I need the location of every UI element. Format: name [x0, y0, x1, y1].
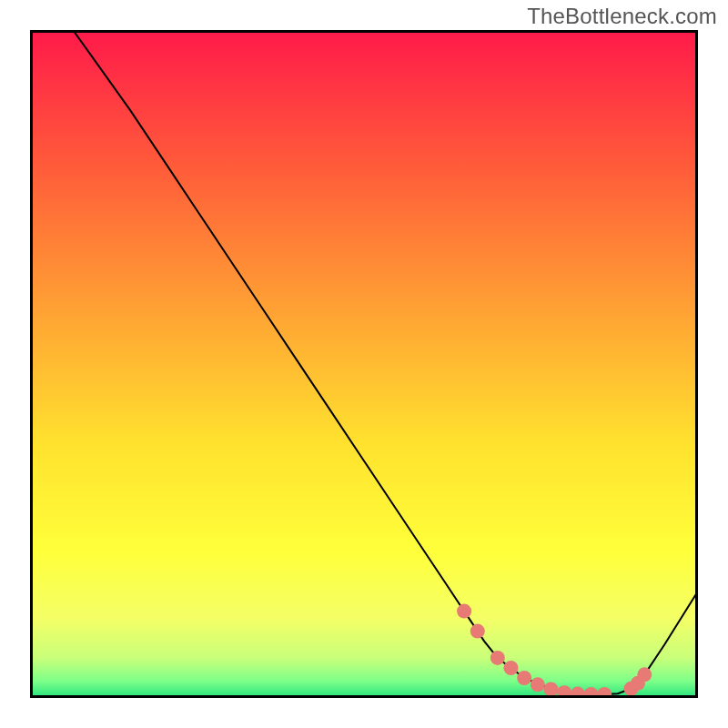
chart-marker: [517, 671, 531, 685]
chart-marker: [531, 677, 545, 692]
chart-svg: [30, 30, 698, 698]
chart-marker: [470, 624, 485, 639]
chart-marker: [503, 661, 518, 675]
svg-rect-1: [30, 30, 698, 698]
chart-marker: [457, 604, 471, 619]
chart-marker: [544, 682, 559, 696]
chart-marker: [490, 651, 505, 665]
watermark-label: TheBottleneck.com: [527, 4, 717, 29]
chart-container: TheBottleneck.com: [0, 0, 728, 728]
chart-marker: [637, 667, 652, 682]
